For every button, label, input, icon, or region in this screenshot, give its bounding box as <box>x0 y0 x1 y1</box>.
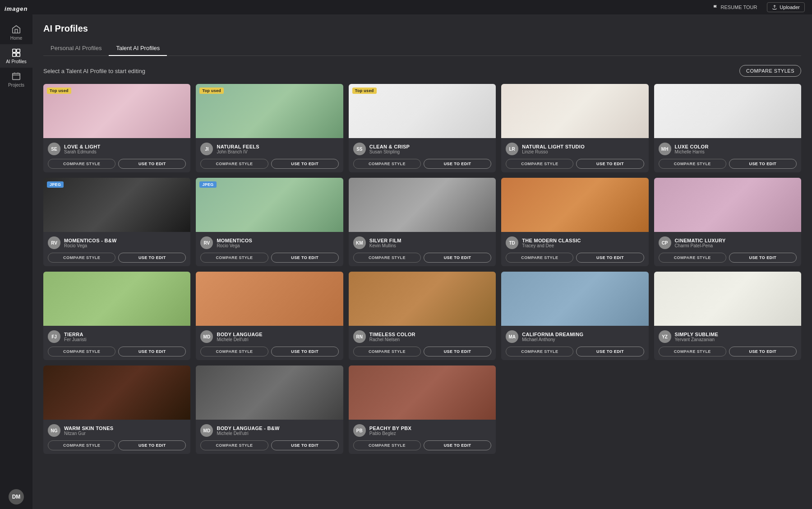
user-avatar[interactable]: DM <box>9 489 24 504</box>
card-body-natural-feels: JI NATURAL FEELS John Branch IV COMPARE … <box>196 138 343 172</box>
author-info-clean-crisp: CLEAN & CRISP Susan Stripling <box>369 144 410 154</box>
compare-style-button-california-dreaming[interactable]: COMPARE STYLE <box>506 347 573 356</box>
author-avatar-clean-crisp: SS <box>353 143 366 155</box>
compare-style-button-momenticos-bw[interactable]: COMPARE STYLE <box>48 253 115 263</box>
use-to-edit-button-body-language[interactable]: USE TO EDIT <box>271 347 339 356</box>
profile-card-tierra: FJ TIERRA Fer Juaristi COMPARE STYLE USE… <box>43 272 190 360</box>
tab-talent[interactable]: Talent AI Profiles <box>109 41 167 56</box>
use-to-edit-button-peachy-pbx[interactable]: USE TO EDIT <box>424 440 491 450</box>
sidebar-item-home[interactable]: Home <box>0 21 32 44</box>
tab-personal[interactable]: Personal AI Profiles <box>43 41 109 56</box>
compare-style-button-tierra[interactable]: COMPARE STYLE <box>48 347 115 356</box>
card-actions-momenticos-bw: COMPARE STYLE USE TO EDIT <box>48 253 186 263</box>
author-handle-california-dreaming: Michael Anthony <box>522 337 583 342</box>
author-avatar-silver-film: KM <box>353 236 366 249</box>
compare-styles-button[interactable]: COMPARE STYLES <box>739 65 801 77</box>
card-author-modern-classic: TD THE MODERN CLASSIC Tracey and Dee <box>506 236 644 249</box>
compare-style-button-timeless-color[interactable]: COMPARE STYLE <box>353 347 421 356</box>
sidebar-profiles-label: AI Profiles <box>6 59 27 64</box>
card-image-modern-classic <box>501 178 648 232</box>
use-to-edit-button-simply-sublime[interactable]: USE TO EDIT <box>729 347 797 356</box>
card-thumbnail-body-language-bw <box>196 366 343 420</box>
use-to-edit-button-natural-light-studio[interactable]: USE TO EDIT <box>576 159 644 169</box>
sidebar-bottom: DM <box>9 489 24 504</box>
profile-name-love-light: LOVE & LIGHT <box>64 144 101 149</box>
uploader-button[interactable]: Uploader <box>767 2 805 12</box>
svg-rect-0 <box>13 49 16 52</box>
compare-style-button-natural-feels[interactable]: COMPARE STYLE <box>200 159 268 169</box>
resume-tour-button[interactable]: RESUME TOUR <box>708 3 761 12</box>
author-handle-tierra: Fer Juaristi <box>64 337 86 342</box>
use-to-edit-button-body-language-bw[interactable]: USE TO EDIT <box>271 440 339 450</box>
use-to-edit-button-tierra[interactable]: USE TO EDIT <box>118 347 186 356</box>
use-to-edit-button-luxe-color[interactable]: USE TO EDIT <box>729 159 797 169</box>
compare-style-button-luxe-color[interactable]: COMPARE STYLE <box>659 159 726 169</box>
logo: imagen <box>5 5 28 13</box>
author-handle-momenticos: Rocio Vega <box>217 243 252 248</box>
sidebar-item-ai-profiles[interactable]: AI Profiles <box>0 44 32 68</box>
profile-name-warm-skin-tones: WARM SKIN TONES <box>64 426 113 431</box>
author-info-modern-classic: THE MODERN CLASSIC Tracey and Dee <box>522 238 581 248</box>
card-thumbnail-momenticos <box>196 178 343 232</box>
compare-style-button-momenticos[interactable]: COMPARE STYLE <box>200 253 268 263</box>
profile-name-cinematic-luxury: CINEMATIC LUXURY <box>675 238 726 243</box>
use-to-edit-button-timeless-color[interactable]: USE TO EDIT <box>424 347 491 356</box>
card-actions-timeless-color: COMPARE STYLE USE TO EDIT <box>353 347 491 356</box>
profiles-icon <box>11 48 21 58</box>
card-image-momenticos-bw: JPEG <box>43 178 190 232</box>
page-title: AI Profiles <box>43 23 801 34</box>
toolbar: Select a Talent AI Profile to start edit… <box>43 65 801 77</box>
use-to-edit-button-warm-skin-tones[interactable]: USE TO EDIT <box>118 440 186 450</box>
card-actions-natural-feels: COMPARE STYLE USE TO EDIT <box>200 159 338 169</box>
card-body-natural-light-studio: LR NATURAL LIGHT STUDIO Linzie Russo COM… <box>501 138 648 172</box>
use-to-edit-button-clean-crisp[interactable]: USE TO EDIT <box>424 159 491 169</box>
card-body-tierra: FJ TIERRA Fer Juaristi COMPARE STYLE USE… <box>43 326 190 360</box>
card-author-momenticos-bw: RV MOMENTICOS - B&W Rocio Vega <box>48 236 186 249</box>
compare-style-button-body-language-bw[interactable]: COMPARE STYLE <box>200 440 268 450</box>
compare-style-button-warm-skin-tones[interactable]: COMPARE STYLE <box>48 440 115 450</box>
compare-style-button-simply-sublime[interactable]: COMPARE STYLE <box>659 347 726 356</box>
use-to-edit-button-cinematic-luxury[interactable]: USE TO EDIT <box>729 253 797 263</box>
card-body-warm-skin-tones: NG WARM SKIN TONES Nitzan Gur COMPARE ST… <box>43 420 190 454</box>
card-thumbnail-warm-skin-tones <box>43 366 190 420</box>
profile-name-luxe-color: LUXE COLOR <box>675 144 709 149</box>
profile-name-natural-feels: NATURAL FEELS <box>217 144 259 149</box>
author-avatar-natural-feels: JI <box>200 143 213 155</box>
author-avatar-love-light: SE <box>48 143 60 155</box>
sidebar-item-projects[interactable]: Projects <box>0 68 32 91</box>
profile-name-tierra: TIERRA <box>64 332 86 337</box>
author-avatar-initials-modern-classic: TD <box>506 236 518 249</box>
card-actions-warm-skin-tones: COMPARE STYLE USE TO EDIT <box>48 440 186 450</box>
profile-card-love-light: Top used SE LOVE & LIGHT Sarah Edmunds C… <box>43 84 190 172</box>
use-to-edit-button-love-light[interactable]: USE TO EDIT <box>118 159 186 169</box>
compare-style-button-natural-light-studio[interactable]: COMPARE STYLE <box>506 159 573 169</box>
author-info-silver-film: SILVER FILM Kevin Mullins <box>369 238 401 248</box>
author-avatar-timeless-color: RN <box>353 330 366 343</box>
card-actions-love-light: COMPARE STYLE USE TO EDIT <box>48 159 186 169</box>
card-actions-luxe-color: COMPARE STYLE USE TO EDIT <box>659 159 797 169</box>
use-to-edit-button-natural-feels[interactable]: USE TO EDIT <box>271 159 339 169</box>
card-body-body-language-bw: MD BODY LANGUAGE - B&W Michele Dell'utri… <box>196 420 343 454</box>
card-image-simply-sublime <box>654 272 801 326</box>
use-to-edit-button-silver-film[interactable]: USE TO EDIT <box>424 253 491 263</box>
compare-style-button-silver-film[interactable]: COMPARE STYLE <box>353 253 421 263</box>
card-actions-body-language-bw: COMPARE STYLE USE TO EDIT <box>200 440 338 450</box>
compare-style-button-clean-crisp[interactable]: COMPARE STYLE <box>353 159 421 169</box>
card-image-natural-light-studio <box>501 84 648 138</box>
author-avatar-warm-skin-tones: NG <box>48 424 60 437</box>
use-to-edit-button-california-dreaming[interactable]: USE TO EDIT <box>576 347 644 356</box>
compare-style-button-cinematic-luxury[interactable]: COMPARE STYLE <box>659 253 726 263</box>
profile-card-california-dreaming: MA CALIFORNIA DREAMING Michael Anthony C… <box>501 272 648 360</box>
compare-style-button-love-light[interactable]: COMPARE STYLE <box>48 159 115 169</box>
author-handle-clean-crisp: Susan Stripling <box>369 149 410 154</box>
author-handle-body-language: Michele Dell'utri <box>217 337 262 342</box>
compare-style-button-peachy-pbx[interactable]: COMPARE STYLE <box>353 440 421 450</box>
card-thumbnail-timeless-color <box>349 272 496 326</box>
use-to-edit-button-momenticos[interactable]: USE TO EDIT <box>271 253 339 263</box>
profile-card-cinematic-luxury: CP CINEMATIC LUXURY Charmi Patel-Pena CO… <box>654 178 801 266</box>
compare-style-button-body-language[interactable]: COMPARE STYLE <box>200 347 268 356</box>
use-to-edit-button-momenticos-bw[interactable]: USE TO EDIT <box>118 253 186 263</box>
card-body-clean-crisp: SS CLEAN & CRISP Susan Stripling COMPARE… <box>349 138 496 172</box>
use-to-edit-button-modern-classic[interactable]: USE TO EDIT <box>576 253 644 263</box>
compare-style-button-modern-classic[interactable]: COMPARE STYLE <box>506 253 573 263</box>
